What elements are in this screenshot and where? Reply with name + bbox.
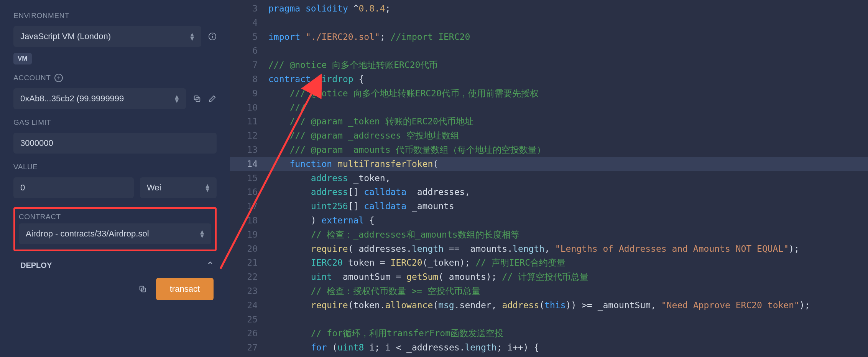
vm-badge: VM xyxy=(13,53,32,64)
edit-icon[interactable] xyxy=(208,94,217,103)
svg-rect-1 xyxy=(212,36,213,38)
chevron-up-icon: ⌃ xyxy=(207,260,214,270)
line-gutter: 3456789101112131415161718192021222324252… xyxy=(230,0,268,357)
code-content: pragma solidity ^0.8.4; import "./IERC20… xyxy=(268,0,810,357)
svg-rect-2 xyxy=(212,35,213,35)
environment-label: ENVIRONMENT xyxy=(13,12,217,20)
account-label: ACCOUNT + xyxy=(13,74,217,82)
copy-icon[interactable] xyxy=(193,94,201,103)
contract-value: Airdrop - contracts/33/Airdrop.sol xyxy=(19,223,211,244)
deploy-label: DEPLOY xyxy=(20,261,52,270)
value-input[interactable] xyxy=(13,177,134,198)
environment-value: JavaScript VM (London) xyxy=(13,26,201,47)
contract-highlight-box: CONTRACT Airdrop - contracts/33/Airdrop.… xyxy=(13,207,217,251)
gas-limit-label: GAS LIMIT xyxy=(13,118,217,127)
account-value: 0xAb8...35cb2 (99.9999999 xyxy=(13,88,186,109)
value-unit-select[interactable]: Wei ▲▼ xyxy=(140,177,217,198)
contract-label: CONTRACT xyxy=(19,213,211,221)
contract-select[interactable]: Airdrop - contracts/33/Airdrop.sol ▲▼ xyxy=(19,223,211,244)
account-select[interactable]: 0xAb8...35cb2 (99.9999999 ▲▼ xyxy=(13,88,186,109)
add-account-icon[interactable]: + xyxy=(54,74,63,82)
gas-limit-input[interactable] xyxy=(13,133,217,154)
value-unit: Wei xyxy=(140,177,217,198)
value-label: VALUE xyxy=(13,163,217,171)
copy-icon[interactable] xyxy=(138,285,147,293)
environment-select[interactable]: JavaScript VM (London) ▲▼ xyxy=(13,26,201,47)
info-icon[interactable] xyxy=(208,32,217,41)
deploy-panel: ENVIRONMENT JavaScript VM (London) ▲▼ VM… xyxy=(0,0,230,357)
transact-button[interactable]: transact xyxy=(156,278,214,300)
code-editor[interactable]: 3456789101112131415161718192021222324252… xyxy=(230,0,868,357)
deploy-toggle[interactable]: DEPLOY ⌃ xyxy=(13,255,217,270)
account-label-text: ACCOUNT xyxy=(13,74,51,82)
